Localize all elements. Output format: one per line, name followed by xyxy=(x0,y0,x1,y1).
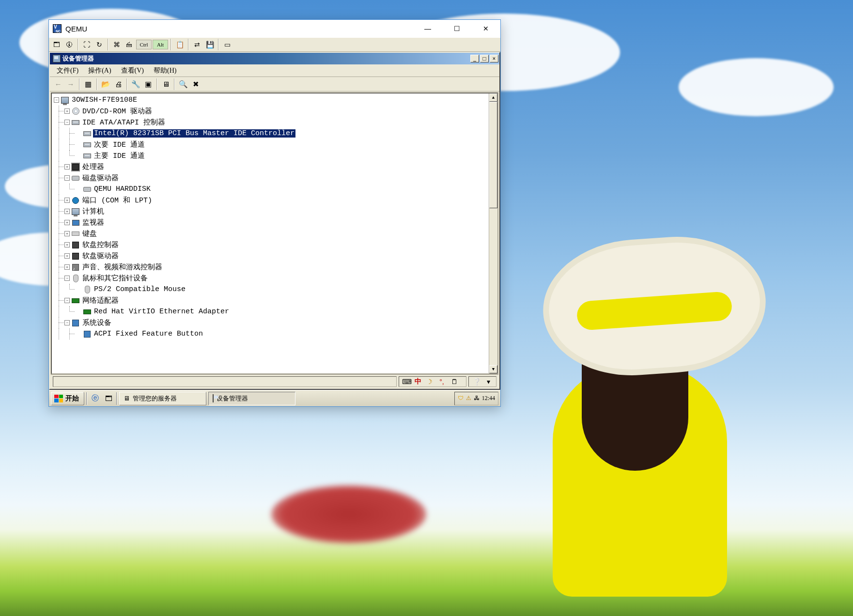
tree-node-dvd[interactable]: + DVD/CD-ROM 驱动器 xyxy=(54,106,489,117)
ime-punct-icon[interactable]: °, xyxy=(437,377,447,386)
collapse-icon[interactable]: − xyxy=(64,276,70,281)
server-icon: 🖥 xyxy=(124,395,130,402)
expand-icon[interactable]: + xyxy=(64,253,70,259)
tree-root-label: 3OWISH-F7E9108E xyxy=(71,96,138,104)
expand-icon[interactable]: + xyxy=(64,198,70,203)
dm-minimize-button[interactable]: _ xyxy=(470,55,479,62)
tree-node-mouse[interactable]: − 鼠标和其它指针设备 xyxy=(54,273,489,284)
alt-key-toggle[interactable]: Alt xyxy=(153,40,168,49)
expand-icon[interactable]: + xyxy=(64,242,70,247)
scan-hardware-icon[interactable]: 🔍 xyxy=(177,78,189,91)
tree-node-ide[interactable]: − IDE ATA/ATAPI 控制器 xyxy=(54,117,489,128)
close-button[interactable]: ✕ xyxy=(471,20,500,37)
tree-node-system[interactable]: − 系统设备 xyxy=(54,317,489,328)
tree-node-fdd[interactable]: + 软盘驱动器 xyxy=(54,250,489,262)
collapse-icon[interactable]: − xyxy=(64,320,70,325)
scroll-thumb[interactable] xyxy=(489,102,497,208)
tree-root[interactable]: − 3OWISH-F7E9108E xyxy=(54,94,489,106)
copy-icon[interactable]: 📋 xyxy=(174,39,186,50)
collapse-icon[interactable]: − xyxy=(64,120,70,125)
tree-node-ide-secondary[interactable]: 次要 IDE 通道 xyxy=(54,139,489,150)
uninstall-icon[interactable]: 🖥 xyxy=(159,78,172,91)
device-manager-icon xyxy=(53,55,61,62)
tree-node-acpi-button[interactable]: ACPI Fixed Feature Button xyxy=(54,328,489,339)
fullscreen-icon[interactable]: ⛶ xyxy=(81,39,93,50)
tray-warning-icon[interactable]: ⚠ xyxy=(466,395,471,402)
connection-info-icon[interactable]: 🛈 xyxy=(63,39,75,50)
tree-node-selected-label: Intel(R) 82371SB PCI Bus Master IDE Cont… xyxy=(93,129,295,138)
tree-node-network[interactable]: − 网络适配器 xyxy=(54,295,489,306)
tree-node-keyboard[interactable]: + 键盘 xyxy=(54,228,489,239)
tree-node-ports[interactable]: + 端口 (COM 和 LPT) xyxy=(54,195,489,206)
tree-node-monitor[interactable]: + 监视器 xyxy=(54,217,489,228)
menu-file[interactable]: 文件(F) xyxy=(53,65,82,77)
dropdown-icon[interactable]: ▾ xyxy=(483,377,493,386)
expand-icon[interactable]: + xyxy=(64,264,70,270)
properties-icon[interactable]: 📂 xyxy=(99,78,112,91)
show-hide-tree-icon[interactable]: ▦ xyxy=(82,78,94,91)
ime-softkbd-icon[interactable]: 🗒 xyxy=(450,377,459,386)
menu-view[interactable]: 查看(V) xyxy=(117,65,148,77)
menu-help[interactable]: 帮助(H) xyxy=(150,65,180,77)
tree-node-sound[interactable]: + 声音、视频和游戏控制器 xyxy=(54,262,489,273)
tree-node-cpu[interactable]: + 处理器 xyxy=(54,161,489,172)
menu-action[interactable]: 操作(A) xyxy=(84,65,115,77)
expand-icon[interactable]: + xyxy=(64,164,70,169)
help-icon[interactable]: ❔ xyxy=(472,377,481,386)
dm-maximize-button[interactable]: □ xyxy=(480,55,489,62)
scale-icon[interactable]: ▭ xyxy=(221,39,233,50)
expand-icon[interactable]: + xyxy=(64,209,70,214)
refresh-icon[interactable]: ↻ xyxy=(93,39,105,50)
quicklaunch-ie-icon[interactable]: ⓔ xyxy=(89,393,101,404)
ide-controller-icon xyxy=(83,130,92,138)
quicklaunch-desktop-icon[interactable]: 🗔 xyxy=(103,393,114,404)
send-keys-icon[interactable]: 🖮 xyxy=(124,39,135,50)
tree-node-ps2-mouse[interactable]: PS/2 Compatible Mouse xyxy=(54,284,489,295)
expand-icon[interactable]: + xyxy=(64,231,70,236)
collapse-icon[interactable]: − xyxy=(64,298,70,303)
vertical-scrollbar[interactable]: ▲ ▼ xyxy=(489,93,497,373)
mouse-icon xyxy=(71,275,80,282)
tree-node-ide-primary[interactable]: 主要 IDE 通道 xyxy=(54,150,489,161)
tray-clock[interactable]: 12:44 xyxy=(482,395,495,402)
transfer-icon[interactable]: ⇄ xyxy=(191,39,203,50)
ime-shape-icon[interactable]: ☽ xyxy=(424,377,434,386)
save-icon[interactable]: 💾 xyxy=(204,39,216,50)
disable-icon[interactable]: ▣ xyxy=(142,78,155,91)
update-driver-icon[interactable]: 🔧 xyxy=(129,78,142,91)
nic-icon xyxy=(71,297,80,305)
tree-node-virtio-nic[interactable]: Red Hat VirtIO Ethernet Adapter xyxy=(54,306,489,317)
tree-node-computer[interactable]: + 计算机 xyxy=(54,206,489,217)
device-manager-titlebar[interactable]: 设备管理器 _ □ × xyxy=(50,53,499,64)
tree-node-fdc[interactable]: + 软盘控制器 xyxy=(54,239,489,250)
expand-icon[interactable]: + xyxy=(64,220,70,225)
ime-status[interactable]: ⌨ 中 ☽ °, 🗒 xyxy=(399,376,466,387)
tree-node-ide-intel[interactable]: Intel(R) 82371SB PCI Bus Master IDE Cont… xyxy=(54,128,489,139)
print-icon[interactable]: 🖨 xyxy=(112,78,124,91)
guest-screen[interactable]: 设备管理器 _ □ × 文件(F) 操作(A) 查看(V) 帮助(H) ← → xyxy=(49,52,500,406)
collapse-icon[interactable]: − xyxy=(64,175,70,181)
ime-help[interactable]: ❔ ▾ xyxy=(468,376,496,387)
minimize-button[interactable]: — xyxy=(413,20,442,37)
expand-icon[interactable]: + xyxy=(64,108,70,114)
taskbar-item-manage-server[interactable]: 🖥 管理您的服务器 xyxy=(119,392,206,405)
desktop: QEMU — ☐ ✕ 🗔 🛈 ⛶ ↻ ⌘ 🖮 Ctrl Alt 📋 ⇄ 💾 ▭ xyxy=(0,0,853,616)
start-button[interactable]: 开始 xyxy=(51,392,84,405)
new-connection-icon[interactable]: 🗔 xyxy=(51,39,62,50)
taskbar-item-device-manager[interactable]: 设备管理器 xyxy=(208,392,295,405)
ctrl-key-toggle[interactable]: Ctrl xyxy=(136,40,152,49)
scroll-up-icon[interactable]: ▲ xyxy=(489,93,497,102)
ctrl-alt-del-icon[interactable]: ⌘ xyxy=(111,39,123,50)
tree-node-qemu-harddisk[interactable]: QEMU HARDDISK xyxy=(54,184,489,195)
collapse-icon[interactable]: − xyxy=(54,97,59,103)
dm-close-button[interactable]: × xyxy=(490,55,498,62)
tree-node-diskdrives[interactable]: − 磁盘驱动器 xyxy=(54,172,489,184)
disk-icon xyxy=(71,174,80,182)
maximize-button[interactable]: ☐ xyxy=(442,20,471,37)
system-tray[interactable]: 🛡 ⚠ 🖧 12:44 xyxy=(454,392,498,405)
vnc-titlebar[interactable]: QEMU — ☐ ✕ xyxy=(49,20,500,37)
tray-network-icon[interactable]: 🖧 xyxy=(474,395,480,402)
scroll-down-icon[interactable]: ▼ xyxy=(489,365,497,373)
tray-shield-icon[interactable]: 🛡 xyxy=(458,395,464,402)
cancel-icon[interactable]: ✖ xyxy=(189,78,202,91)
